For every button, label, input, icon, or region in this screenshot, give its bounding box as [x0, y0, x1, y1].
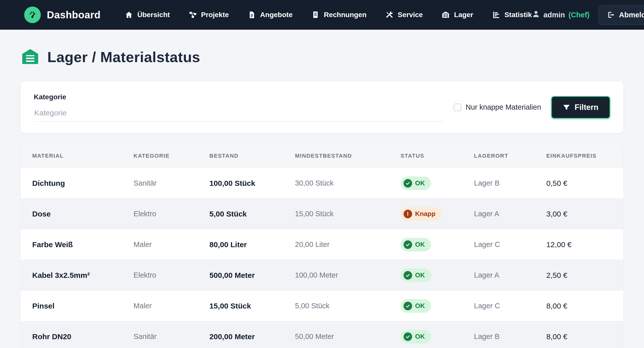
table-row: Kabel 3x2.5mm²Elektro500,00 Meter100,00 …: [21, 260, 623, 291]
einkaufspreis-cell: 3,00 €: [535, 199, 623, 229]
file-document-icon: [247, 11, 256, 19]
filter-button-label: Filtern: [575, 103, 598, 112]
column-header-status: Status: [389, 144, 462, 168]
table-row: Rohr DN20Sanitär200,00 Meter50,00 MeterO…: [21, 321, 623, 348]
column-header-material: Material: [21, 144, 122, 168]
user-icon: [532, 10, 540, 20]
material-cell: Farbe Weiß: [21, 229, 122, 260]
lagerort-cell: Lager B: [462, 168, 535, 199]
home-icon: [125, 11, 133, 19]
kategorie-cell: Sanitär: [122, 168, 198, 199]
warehouse-icon: [441, 11, 450, 19]
brand-name: Dashboard: [47, 9, 100, 21]
brand[interactable]: Dashboard: [24, 7, 100, 23]
einkaufspreis-cell: 0,50 €: [535, 168, 623, 199]
nav-item-service[interactable]: Service: [385, 11, 423, 19]
bestand-cell: 15,00 Stück: [198, 291, 283, 321]
logout-label: Abmelden: [619, 11, 644, 19]
funnel-icon: [563, 104, 570, 111]
page-title: Lager / Materialstatus: [47, 49, 200, 65]
exclamation-circle-icon: !: [404, 210, 412, 218]
column-header-mindestbestand: Mindestbestand: [283, 144, 389, 168]
kategorie-cell: Elektro: [122, 199, 198, 229]
table-row: DichtungSanitär100,00 Stück30,00 StückOK…: [21, 168, 623, 199]
bestand-cell: 500,00 Meter: [198, 260, 283, 291]
status-badge: !Knapp: [401, 207, 442, 221]
low-stock-filter-group: Nur knappe Materialien: [454, 103, 541, 111]
nav-item-angebote[interactable]: Angebote: [247, 11, 293, 19]
nav-item-label: Service: [398, 11, 423, 19]
category-label: Kategorie: [34, 93, 444, 101]
lagerort-cell: Lager A: [462, 199, 535, 229]
logout-icon: [607, 11, 615, 19]
status-badge: OK: [401, 269, 431, 282]
nav-item-statistik[interactable]: Statistik: [492, 11, 532, 19]
nav-item-rechnungen[interactable]: Rechnungen: [311, 11, 367, 19]
einkaufspreis-cell: 8,00 €: [535, 291, 623, 321]
mindestbestand-cell: 100,00 Meter: [283, 260, 389, 291]
bestand-cell: 80,00 Liter: [198, 229, 283, 260]
einkaufspreis-cell: 2,50 €: [535, 260, 623, 291]
lagerort-cell: Lager B: [462, 321, 535, 348]
material-table: MaterialKategorieBestandMindestbestandSt…: [21, 144, 623, 348]
filter-card: Kategorie Nur knappe Materialien Filtern: [21, 81, 623, 133]
status-cell: OK: [389, 291, 462, 321]
status-badge: OK: [401, 238, 431, 251]
lagerort-cell: Lager C: [462, 291, 535, 321]
mindestbestand-cell: 20,00 Liter: [283, 229, 389, 260]
top-navbar: Dashboard ÜbersichtProjekteAngeboteRechn…: [0, 0, 644, 30]
main-content: Lager / Materialstatus Kategorie Nur kna…: [0, 47, 644, 348]
status-cell: OK: [389, 321, 462, 348]
table-row: Farbe WeißMaler80,00 Liter20,00 LiterOKL…: [21, 229, 623, 260]
low-stock-checkbox-label[interactable]: Nur knappe Materialien: [466, 103, 541, 111]
table-header: MaterialKategorieBestandMindestbestandSt…: [21, 144, 623, 168]
warehouse-title-icon: [21, 47, 40, 66]
material-table-card: MaterialKategorieBestandMindestbestandSt…: [21, 144, 623, 348]
check-circle-icon: [404, 271, 412, 280]
status-cell: OK: [389, 229, 462, 260]
einkaufspreis-cell: 8,00 €: [535, 321, 623, 348]
lagerort-cell: Lager A: [462, 260, 535, 291]
status-cell: OK: [389, 168, 462, 199]
status-badge: OK: [401, 177, 431, 190]
mindestbestand-cell: 30,00 Stück: [283, 168, 389, 199]
status-badge: OK: [401, 330, 431, 343]
kategorie-cell: Sanitär: [122, 321, 198, 348]
status-cell: OK: [389, 260, 462, 291]
einkaufspreis-cell: 12,00 €: [535, 229, 623, 260]
column-header-kategorie: Kategorie: [122, 144, 198, 168]
material-cell: Kabel 3x2.5mm²: [21, 260, 122, 291]
nav-item-label: Angebote: [260, 11, 293, 19]
bar-chart-icon: [492, 11, 500, 19]
nav-item-label: Statistik: [505, 11, 532, 19]
bestand-cell: 5,00 Stück: [198, 199, 283, 229]
material-cell: Dichtung: [21, 168, 122, 199]
nav-item-label: Projekte: [201, 11, 229, 19]
mindestbestand-cell: 5,00 Stück: [283, 291, 389, 321]
lagerort-cell: Lager C: [462, 229, 535, 260]
column-header-bestand: Bestand: [198, 144, 283, 168]
material-cell: Rohr DN20: [21, 321, 122, 348]
nav-item-projekte[interactable]: Projekte: [189, 11, 229, 19]
material-cell: Pinsel: [21, 291, 122, 321]
status-cell: !Knapp: [389, 199, 462, 229]
low-stock-checkbox[interactable]: [454, 104, 461, 111]
kategorie-cell: Elektro: [122, 260, 198, 291]
table-row: DoseElektro5,00 Stück15,00 Stück!KnappLa…: [21, 199, 623, 229]
check-circle-icon: [404, 179, 412, 188]
user-name: admin: [544, 11, 565, 19]
kategorie-cell: Maler: [122, 229, 198, 260]
logout-button[interactable]: Abmelden: [598, 5, 644, 25]
mindestbestand-cell: 50,00 Meter: [283, 321, 389, 348]
filter-button[interactable]: Filtern: [551, 96, 610, 119]
category-input[interactable]: [34, 109, 444, 121]
status-badge: OK: [401, 299, 431, 313]
nav-item-lager[interactable]: Lager: [441, 11, 473, 19]
project-diagram-icon: [189, 11, 197, 19]
nav-item-label: Lager: [454, 11, 473, 19]
mindestbestand-cell: 15,00 Stück: [283, 199, 389, 229]
receipt-icon: [311, 11, 320, 19]
table-body: DichtungSanitär100,00 Stück30,00 StückOK…: [21, 168, 623, 348]
nav-item--bersicht[interactable]: Übersicht: [125, 11, 170, 19]
check-circle-icon: [404, 302, 412, 310]
